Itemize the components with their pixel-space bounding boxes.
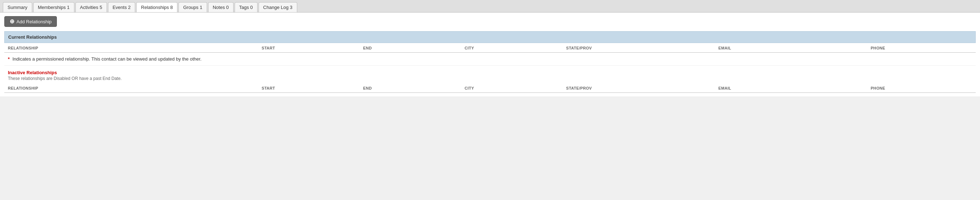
tab-changelog[interactable]: Change Log 3 [259, 2, 297, 12]
inactive-relationships-table-header: RELATIONSHIP START END CITY STATE/PROV E… [4, 84, 976, 93]
tab-memberships[interactable]: Memberships 1 [33, 2, 75, 12]
asterisk-icon: * [8, 56, 10, 62]
col-header-phone: PHONE [870, 46, 972, 50]
tab-activities[interactable]: Activities 5 [75, 2, 107, 12]
add-icon: ⊕ [10, 19, 14, 24]
col-header-city: CITY [465, 46, 566, 50]
col-header-state-prov: STATE/PROV [566, 46, 719, 50]
inactive-col-header-state-prov: STATE/PROV [566, 86, 719, 90]
tab-relationships[interactable]: Relationships 8 [136, 2, 177, 12]
col-header-end: END [363, 46, 465, 50]
inactive-relationships-header: Inactive Relationships These relationshi… [4, 66, 976, 82]
inactive-relationships-title: Inactive Relationships [8, 70, 972, 75]
inactive-col-header-phone: PHONE [870, 86, 972, 90]
inactive-col-header-start: START [261, 86, 363, 90]
add-button-label: Add Relationship [16, 19, 51, 24]
tab-events[interactable]: Events 2 [108, 2, 135, 12]
tab-groups[interactable]: Groups 1 [178, 2, 207, 12]
tab-bar: Summary Memberships 1 Activities 5 Event… [0, 0, 980, 13]
main-content: ⊕ Add Relationship Current Relationships… [0, 13, 980, 96]
add-relationship-button[interactable]: ⊕ Add Relationship [4, 16, 57, 27]
inactive-relationships-subtitle: These relationships are Disabled OR have… [8, 76, 972, 81]
current-relationships-table-header: RELATIONSHIP START END CITY STATE/PROV E… [4, 44, 976, 53]
inactive-col-header-relationship: RELATIONSHIP [8, 86, 261, 90]
tab-summary[interactable]: Summary [3, 2, 32, 12]
col-header-start: START [261, 46, 363, 50]
col-header-email: EMAIL [719, 46, 871, 50]
inactive-col-header-email: EMAIL [719, 86, 871, 90]
col-header-relationship: RELATIONSHIP [8, 46, 261, 50]
tab-tags[interactable]: Tags 0 [235, 2, 258, 12]
inactive-col-header-end: END [363, 86, 465, 90]
inactive-col-header-city: CITY [465, 86, 566, 90]
current-relationships-header: Current Relationships [4, 31, 976, 43]
tab-notes[interactable]: Notes 0 [208, 2, 234, 12]
permission-notice: * Indicates a permissioned relationship.… [4, 53, 976, 66]
